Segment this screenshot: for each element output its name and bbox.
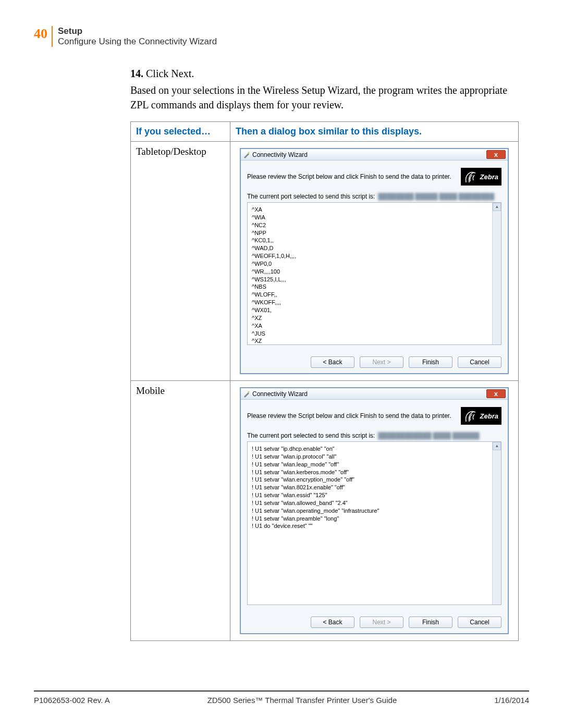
- table-row: Tabletop/Desktop Connectivity Wizard x: [131, 142, 519, 381]
- dialog-titlebar: Connectivity Wizard x: [241, 149, 508, 161]
- next-button: Next >: [360, 356, 403, 368]
- step-number: 14.: [130, 68, 143, 79]
- step-line: 14. Click Next.: [130, 68, 519, 80]
- cancel-button[interactable]: Cancel: [458, 356, 501, 368]
- scroll-up-icon[interactable]: ▴: [493, 203, 501, 211]
- finish-button[interactable]: Finish: [409, 616, 452, 628]
- dialog-title: Connectivity Wizard: [252, 151, 308, 158]
- page-header: 40 Setup Configure Using the Connectivit…: [34, 26, 529, 47]
- back-button[interactable]: < Back: [311, 616, 354, 628]
- row-label-mobile: Mobile: [131, 381, 230, 641]
- close-button[interactable]: x: [486, 150, 506, 159]
- svg-point-0: [248, 152, 250, 153]
- page-footer: P1062653-002 Rev. A ZD500 Series™ Therma…: [34, 690, 529, 705]
- col-header-result: Then a dialog box similar to this displa…: [230, 122, 519, 142]
- script-textarea[interactable]: ^XA ^WIA ^NC2 ^NPP ^KC0,1,, ^WAD,D ^WEOF…: [247, 202, 501, 345]
- port-label: The current port selected to send this s…: [247, 193, 375, 200]
- footer-date: 1/16/2014: [494, 696, 529, 705]
- header-divider: [52, 26, 53, 47]
- dialog-mobile: Connectivity Wizard x Please review the …: [240, 387, 509, 634]
- close-button[interactable]: x: [486, 389, 506, 398]
- row-label-desktop: Tabletop/Desktop: [131, 142, 230, 381]
- finish-button[interactable]: Finish: [409, 356, 452, 368]
- scrollbar[interactable]: ▴: [492, 442, 501, 604]
- back-button[interactable]: < Back: [311, 356, 354, 368]
- dialog-instruction: Please review the Script below and click…: [247, 173, 451, 180]
- subsection-title: Configure Using the Connectivity Wizard: [58, 36, 217, 47]
- zebra-logo: Zebra: [461, 407, 501, 425]
- wizard-icon: [243, 390, 250, 398]
- port-label: The current port selected to send this s…: [247, 432, 375, 439]
- dialog-instruction: Please review the Script below and click…: [247, 412, 451, 419]
- dialog-desktop: Connectivity Wizard x Please review the …: [240, 148, 509, 374]
- footer-part-number: P1062653-002 Rev. A: [34, 696, 110, 705]
- svg-point-1: [248, 391, 250, 392]
- port-value-redacted: ████████████ ████ ██████: [377, 432, 480, 439]
- cancel-button[interactable]: Cancel: [458, 616, 501, 628]
- col-header-selection: If you selected…: [131, 122, 230, 142]
- port-value-redacted: ████████ █████ ████ ████████: [377, 193, 495, 200]
- selection-table: If you selected… Then a dialog box simil…: [130, 121, 519, 641]
- step-action: Click Next.: [146, 68, 194, 79]
- step-description: Based on your selections in the Wireless…: [130, 83, 519, 112]
- scrollbar[interactable]: ▴: [492, 203, 501, 344]
- next-button: Next >: [360, 616, 403, 628]
- page-number: 40: [34, 26, 47, 42]
- dialog-titlebar: Connectivity Wizard x: [241, 388, 508, 400]
- scroll-up-icon[interactable]: ▴: [493, 442, 501, 450]
- wizard-icon: [243, 151, 250, 158]
- footer-doc-title: ZD500 Series™ Thermal Transfer Printer U…: [207, 696, 397, 705]
- script-textarea[interactable]: ! U1 setvar "ip.dhcp.enable" "on" ! U1 s…: [247, 441, 501, 605]
- dialog-title: Connectivity Wizard: [252, 390, 308, 398]
- section-title: Setup: [58, 26, 217, 36]
- table-row: Mobile Connectivity Wizard x Plea: [131, 381, 519, 641]
- zebra-logo: Zebra: [461, 168, 501, 186]
